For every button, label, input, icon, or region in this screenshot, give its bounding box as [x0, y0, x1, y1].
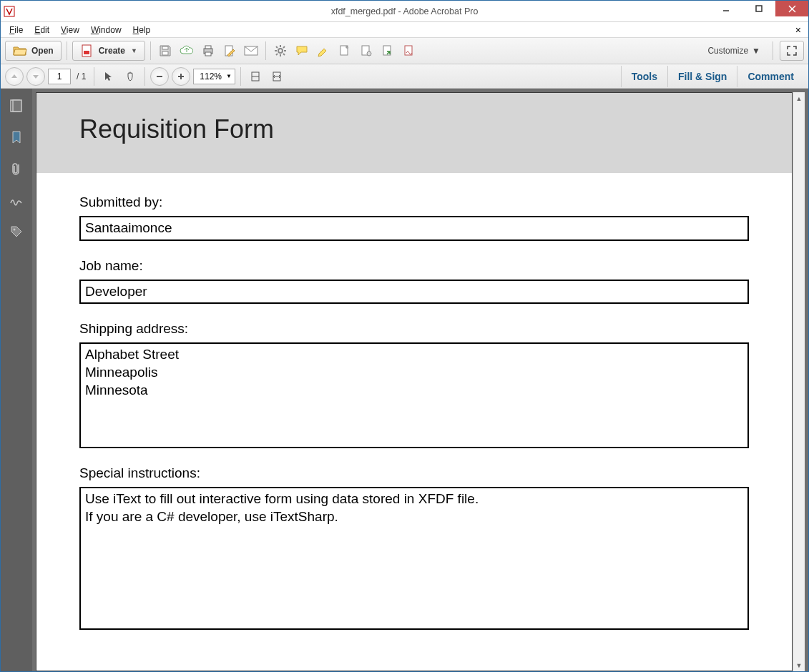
zoom-dropdown[interactable]: 112% ▼ [193, 69, 235, 84]
create-label: Create [99, 46, 125, 56]
fullscreen-button[interactable] [780, 41, 804, 61]
svg-point-14 [278, 49, 283, 53]
save-icon [158, 44, 172, 58]
bookmarks-icon[interactable] [8, 129, 25, 146]
highlight-icon [316, 44, 330, 58]
menu-edit[interactable]: Edit [29, 24, 55, 36]
shipping-address-label: Shipping address: [79, 321, 749, 337]
menu-window[interactable]: Window [85, 24, 127, 36]
svg-rect-35 [13, 100, 21, 112]
print-button[interactable] [199, 41, 217, 60]
svg-line-20 [283, 54, 285, 55]
highlight-button[interactable] [314, 41, 333, 60]
main-area: Requisition Form Submitted by: Santaaimo… [1, 89, 808, 671]
attach-button[interactable] [357, 41, 376, 60]
email-button[interactable] [242, 41, 260, 60]
comment-bubble-icon [295, 44, 309, 58]
svg-rect-11 [205, 52, 211, 56]
fit-page-button[interactable] [246, 67, 265, 86]
menu-file[interactable]: File [4, 24, 29, 36]
fill-sign-panel-tab[interactable]: Fill & Sign [667, 66, 737, 87]
document-close-button[interactable]: × [791, 24, 805, 36]
svg-rect-10 [205, 46, 211, 49]
page-number-input[interactable] [48, 69, 71, 84]
shipping-address-field[interactable]: Alphabet Street Minneapolis Minnesota [79, 342, 749, 448]
zoom-value: 112% [200, 71, 222, 81]
maximize-button[interactable] [742, 1, 775, 16]
zoom-in-button[interactable] [172, 67, 190, 86]
attachments-icon[interactable] [8, 160, 25, 177]
scroll-up-icon[interactable]: ▲ [793, 92, 805, 104]
create-pdf-icon [80, 44, 94, 58]
special-instructions-field[interactable]: Use iText to fill out interactive form u… [79, 487, 749, 630]
print-icon [201, 44, 215, 58]
navigation-pane [1, 89, 32, 671]
page-down-button[interactable] [26, 67, 45, 86]
open-button[interactable]: Open [5, 41, 62, 61]
zoom-out-button[interactable] [150, 67, 169, 86]
nav-toolbar: / 1 112% ▼ Tools Fill & Sign Comment [1, 64, 808, 89]
stamp-button[interactable] [335, 41, 354, 60]
svg-point-25 [367, 51, 371, 56]
customize-button[interactable]: Customize ▼ [702, 43, 766, 59]
special-instructions-label: Special instructions: [79, 465, 749, 481]
signatures-icon[interactable] [8, 192, 25, 209]
fit-width-icon [270, 69, 284, 84]
tools-panel-tab[interactable]: Tools [621, 66, 667, 87]
close-button[interactable] [775, 1, 808, 16]
hand-tool-button[interactable] [121, 67, 139, 86]
document-page[interactable]: Requisition Form Submitted by: Santaaimo… [36, 92, 793, 671]
scroll-down-icon[interactable]: ▼ [793, 659, 805, 671]
svg-rect-27 [405, 46, 412, 55]
document-viewport: Requisition Form Submitted by: Santaaimo… [32, 89, 808, 671]
arrow-down-icon [31, 72, 40, 81]
edit-doc-button[interactable] [220, 41, 239, 60]
svg-line-19 [276, 46, 278, 48]
svg-rect-6 [84, 51, 89, 54]
customize-label: Customize [707, 46, 748, 56]
share-doc-icon [381, 44, 395, 58]
page-total: / 1 [74, 71, 89, 81]
create-button[interactable]: Create ▼ [72, 41, 145, 61]
select-tool-button[interactable] [99, 67, 118, 86]
fit-width-button[interactable] [268, 67, 286, 86]
cursor-icon [102, 69, 116, 84]
gear-icon [273, 44, 288, 58]
document-body: Submitted by: Santaaimonce Job name: Dev… [36, 173, 792, 668]
tags-icon[interactable] [8, 223, 25, 240]
main-toolbar: Open Create ▼ [1, 38, 808, 64]
attach-icon [359, 44, 373, 58]
menu-help[interactable]: Help [127, 24, 157, 36]
share-doc-button[interactable] [378, 41, 397, 60]
thumbnails-icon[interactable] [8, 97, 25, 114]
svg-rect-2 [756, 6, 762, 11]
minus-icon [155, 71, 165, 81]
submitted-by-field[interactable]: Santaaimonce [79, 216, 749, 241]
titlebar: xfdf_merged.pdf - Adobe Acrobat Pro [1, 1, 808, 22]
email-icon [244, 44, 258, 58]
dropdown-caret-icon: ▼ [131, 47, 137, 54]
sign-doc-button[interactable] [400, 41, 418, 60]
hand-icon [123, 69, 137, 84]
svg-line-22 [283, 46, 285, 48]
plus-icon [176, 71, 186, 81]
dropdown-caret-icon: ▼ [752, 46, 760, 56]
menu-view[interactable]: View [55, 24, 85, 36]
save-button[interactable] [156, 41, 175, 60]
comment-panel-tab[interactable]: Comment [737, 66, 804, 87]
cloud-button[interactable] [177, 41, 196, 60]
cloud-icon [180, 44, 194, 58]
stamp-icon [338, 44, 352, 58]
menubar: File Edit View Window Help × [1, 22, 808, 38]
sticky-note-button[interactable] [293, 41, 311, 60]
folder-open-icon [13, 44, 27, 58]
minimize-button[interactable] [710, 1, 742, 16]
job-name-field[interactable]: Developer [79, 280, 749, 305]
svg-line-21 [276, 54, 278, 55]
window-title: xfdf_merged.pdf - Adobe Acrobat Pro [1, 6, 808, 16]
vertical-scrollbar[interactable]: ▲ ▼ [793, 92, 805, 671]
preferences-button[interactable] [271, 41, 290, 60]
svg-point-36 [14, 229, 16, 231]
page-up-button[interactable] [5, 67, 24, 86]
svg-rect-7 [162, 51, 168, 55]
